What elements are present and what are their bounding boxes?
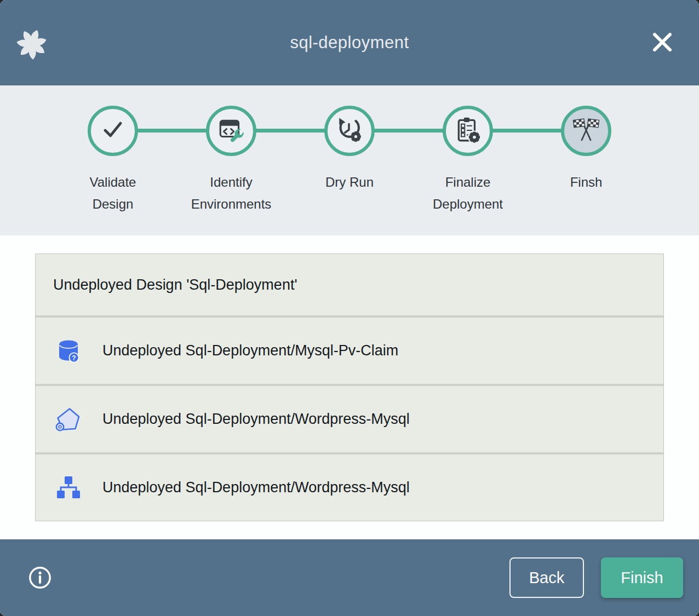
finish-button[interactable]: Finish (601, 557, 683, 598)
database-question-icon: ? (55, 338, 82, 364)
step-finalize-deployment: Finalize Deployment (409, 106, 527, 215)
step-finish: Finsh (527, 106, 645, 215)
info-icon[interactable] (27, 565, 53, 590)
step-dry-run-circle[interactable] (324, 106, 375, 156)
status-row-wordpress-mysql-deployment: Undeployed Sql-Deployment/Wordpress-Mysq… (36, 454, 663, 521)
step-finish-circle[interactable] (561, 106, 611, 156)
pentagon-node-icon (55, 406, 82, 433)
status-panel-area: Undeployed Design 'Sql-Deployment' ? Und… (0, 235, 699, 539)
step-label: Finsh (570, 171, 603, 193)
dialog-footer: Back Finish (0, 539, 699, 616)
step-validate-design-circle[interactable] (88, 106, 138, 156)
close-icon[interactable] (649, 28, 676, 56)
checkered-flags-icon (572, 116, 600, 146)
wizard-stepper: Validate Design Identify Environments (0, 85, 699, 235)
dialog-title: sql-deployment (0, 33, 699, 53)
step-label: Identify Environments (191, 171, 272, 215)
status-row-mysql-pv-claim: ? Undeployed Sql-Deployment/Mysql-Pv-Cla… (36, 318, 663, 384)
deployment-wizard-dialog: sql-deployment Validate Design (0, 0, 699, 616)
step-dry-run: Dry Run (290, 106, 409, 215)
app-pinwheel-logo (15, 27, 48, 61)
topology-icon (55, 475, 82, 501)
step-identify-environments-circle[interactable] (206, 106, 256, 156)
back-button[interactable]: Back (509, 557, 584, 598)
code-wrench-icon (217, 116, 245, 146)
step-label: Validate Design (90, 171, 136, 215)
status-header-text: Undeployed Design 'Sql-Deployment' (53, 277, 297, 293)
clipboard-gear-icon (454, 116, 482, 146)
step-identify-environments: Identify Environments (172, 106, 290, 215)
status-header-row: Undeployed Design 'Sql-Deployment' (36, 254, 663, 315)
status-row-text: Undeployed Sql-Deployment/Wordpress-Mysq… (102, 479, 410, 496)
status-row-text: Undeployed Sql-Deployment/Wordpress-Mysq… (102, 411, 410, 428)
check-icon (99, 116, 127, 146)
step-validate-design: Validate Design (54, 106, 172, 215)
history-gear-icon (335, 116, 364, 146)
step-finalize-deployment-circle[interactable] (443, 106, 493, 156)
status-row-wordpress-mysql-service: Undeployed Sql-Deployment/Wordpress-Mysq… (36, 386, 663, 452)
svg-text:?: ? (72, 354, 76, 361)
status-row-text: Undeployed Sql-Deployment/Mysql-Pv-Claim (102, 342, 398, 359)
step-label: Finalize Deployment (433, 171, 503, 215)
step-label: Dry Run (325, 171, 374, 193)
status-panel: Undeployed Design 'Sql-Deployment' ? Und… (35, 254, 664, 521)
dialog-header: sql-deployment (0, 0, 699, 85)
